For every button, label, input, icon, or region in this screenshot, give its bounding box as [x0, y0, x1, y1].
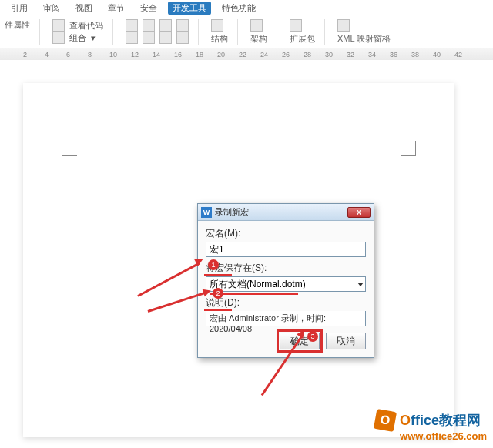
ruler-tick: 8: [88, 51, 92, 59]
ruler-tick: 4: [45, 51, 49, 59]
view-code-button[interactable]: 查看代码: [69, 20, 103, 32]
attrs-label: 件属性: [5, 19, 30, 31]
save-in-value: 所有文档(Normal.dotm): [210, 279, 306, 289]
desc-label: 说明(D):: [206, 296, 366, 309]
ctrl7-icon[interactable]: [159, 32, 172, 44]
toolbar-group-expansion: 扩展包: [290, 19, 325, 45]
watermark-url: www.office26.com: [400, 430, 487, 442]
tab-references[interactable]: 引用: [6, 2, 32, 15]
ruler-tick: 42: [454, 51, 462, 59]
dialog-titlebar[interactable]: W 录制新宏 X: [198, 204, 374, 221]
ctrl3-icon[interactable]: [159, 19, 172, 32]
expansion-icon[interactable]: [290, 19, 302, 32]
structure-label: 结构: [211, 33, 228, 45]
xml-icon[interactable]: [337, 19, 350, 32]
toolbar-group-xml: XML 映射窗格: [337, 19, 400, 45]
close-button[interactable]: X: [347, 207, 371, 218]
ctrl6-icon[interactable]: [143, 32, 155, 44]
tab-chapter[interactable]: 章节: [103, 2, 129, 15]
wm-brand-rest: ffice教程网: [411, 413, 481, 428]
annotation-3: 3: [307, 331, 318, 342]
tab-special[interactable]: 特色功能: [217, 2, 260, 15]
ruler-tick: 40: [433, 51, 441, 59]
ruler-tick: 26: [282, 51, 290, 59]
tab-security[interactable]: 安全: [136, 2, 162, 15]
menu-tabs: 引用 审阅 视图 章节 安全 开发工具 特色功能: [0, 0, 493, 16]
schema-label: 架构: [250, 33, 267, 45]
watermark-logo-icon: O: [374, 409, 397, 432]
schema-icon[interactable]: [250, 19, 263, 32]
ruler-tick: 36: [390, 51, 397, 59]
ctrl1-icon[interactable]: [126, 19, 138, 32]
ruler-tick: 18: [196, 51, 203, 59]
ruler-tick: 30: [325, 51, 333, 59]
ruler-tick: 34: [368, 51, 376, 59]
ruler-tick: 16: [174, 51, 182, 59]
ribbon: 引用 审阅 视图 章节 安全 开发工具 特色功能 件属性 查看代码 组合 ▾: [0, 0, 493, 63]
dialog-title: 录制新宏: [215, 206, 347, 218]
app-icon: W: [201, 207, 212, 218]
record-macro-dialog: W 录制新宏 X 宏名(M): 将宏保存在(S): 所有文档(Normal.do…: [197, 203, 374, 358]
ctrl2-icon[interactable]: [143, 19, 155, 32]
toolbar-group-controls: [126, 19, 199, 45]
structure-icon[interactable]: [211, 19, 223, 32]
ruler-tick: 14: [153, 51, 160, 59]
toolbar-group-schema: 架构: [250, 19, 277, 45]
code-icon: [52, 19, 65, 32]
margin-tl-icon: [62, 141, 77, 156]
toolbar: 件属性 查看代码 组合 ▾: [0, 16, 493, 48]
watermark: O Office教程网 www.office26.com: [375, 410, 487, 442]
macro-name-label: 宏名(M):: [206, 227, 366, 240]
margin-tr-icon: [401, 141, 416, 156]
ruler-tick: 32: [347, 51, 354, 59]
ctrl8-icon[interactable]: [176, 32, 189, 44]
ruler-tick: 20: [217, 51, 225, 59]
group-icon: [52, 32, 65, 44]
cancel-button[interactable]: 取消: [326, 333, 366, 349]
xml-label: XML 映射窗格: [337, 33, 391, 45]
ruler-tick: 28: [304, 51, 311, 59]
toolbar-group-code: 件属性: [5, 19, 40, 45]
ruler-tick: 24: [260, 51, 268, 59]
dropdown-icon: ▾: [91, 33, 96, 43]
ruler-tick: 10: [109, 51, 117, 59]
ruler-tick: 6: [66, 51, 70, 59]
save-in-select[interactable]: 所有文档(Normal.dotm): [206, 276, 366, 292]
desc-value[interactable]: 宏由 Administrator 录制，时间: 2020/04/08: [206, 311, 366, 326]
toolbar-group-structure: 结构: [211, 19, 238, 45]
tab-review[interactable]: 审阅: [39, 2, 65, 15]
ctrl5-icon[interactable]: [126, 32, 138, 44]
save-in-label: 将宏保存在(S):: [206, 262, 366, 275]
macro-name-input[interactable]: [206, 242, 366, 257]
wm-brand-o: O: [400, 413, 411, 428]
ruler-tick: 22: [239, 51, 246, 59]
ruler-tick: 12: [131, 51, 139, 59]
annotation-2: 2: [213, 288, 223, 299]
ruler-tick: 2: [23, 51, 27, 59]
ctrl4-icon[interactable]: [176, 19, 189, 32]
expansion-label: 扩展包: [290, 33, 315, 45]
toolbar-group-2: 查看代码 组合 ▾: [52, 19, 113, 45]
tab-developer[interactable]: 开发工具: [168, 2, 211, 15]
tab-view[interactable]: 视图: [71, 2, 97, 15]
group-button[interactable]: 组合: [69, 32, 86, 44]
chevron-down-icon: [357, 283, 364, 286]
dialog-body: 宏名(M): 将宏保存在(S): 所有文档(Normal.dotm) 说明(D)…: [198, 221, 374, 357]
ruler-tick: 38: [411, 51, 419, 59]
button-row: 确定 取消: [206, 333, 366, 349]
annotation-1: 1: [208, 259, 219, 270]
